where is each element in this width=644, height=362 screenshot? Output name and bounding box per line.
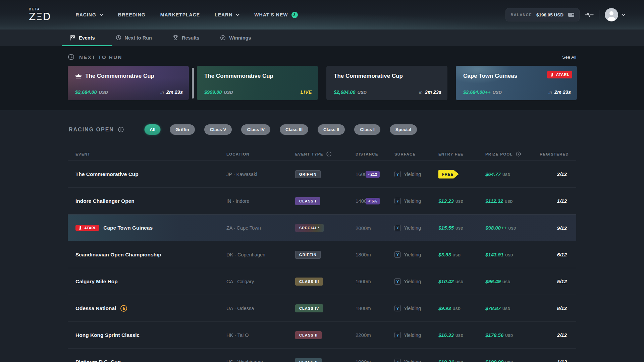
next-to-run-cards: The Commemorative Cup $2,684.00USD in2m …	[68, 66, 644, 100]
wallet-icon[interactable]	[568, 12, 575, 17]
card-title: The Commemorative Cup	[204, 73, 273, 79]
card-title: The Commemorative Cup	[334, 73, 403, 79]
card-title: The Commemorative Cup	[85, 73, 154, 79]
card-title: Cape Town Guineas	[463, 73, 517, 79]
racing-open-section: RACING OPEN All Griffin Class V Class IV…	[0, 110, 644, 362]
card-prize: $2,684.00USD	[334, 89, 367, 95]
filter-class-i[interactable]: Class I	[354, 124, 380, 135]
event-type-badge: CLASS I	[295, 197, 320, 205]
card-divider	[192, 68, 194, 99]
table-row[interactable]: The Commemorative Cup JP · Kawasaki GRIF…	[68, 161, 576, 188]
surface-yielding-icon: Y	[394, 171, 401, 177]
atari-sponsor-badge: ATARI.	[547, 71, 572, 78]
next-to-run-title: NEXT TO RUN	[68, 54, 122, 60]
table-row[interactable]: Indore Challenger Open IN · Indore CLASS…	[68, 188, 576, 215]
balance-pill[interactable]: BALANCE $198.05 USD	[505, 8, 580, 21]
filter-class-ii[interactable]: Class II	[318, 124, 345, 135]
nav-racing[interactable]: RACING	[76, 12, 103, 17]
clock-icon	[68, 54, 74, 60]
tab-events[interactable]: Events	[62, 29, 103, 46]
horse-coin-icon	[220, 35, 226, 41]
surface-yielding-icon: Y	[394, 278, 401, 285]
atari-fuji-icon	[550, 73, 554, 77]
next-to-run-section: NEXT TO RUN See All The Commemorative Cu…	[0, 46, 644, 110]
table-row[interactable]: Odessa National ♞ UA · Odessa CLASS IV 1…	[68, 295, 576, 322]
tab-winnings[interactable]: Winnings	[212, 29, 259, 46]
account-menu[interactable]	[605, 8, 625, 21]
surface-yielding-icon: Y	[394, 225, 401, 231]
top-nav: BETA ZΞD RACING BREEDING MARKETPLACE LEA…	[0, 0, 644, 29]
divider	[599, 10, 599, 19]
event-type-badge: CLASS II	[295, 331, 322, 339]
free-entry-badge: FREE	[438, 170, 459, 179]
event-type-badge: CLASS V	[295, 358, 322, 362]
filter-class-iii[interactable]: Class III	[280, 124, 308, 135]
table-header: EVENT LOCATION EVENT TYPE DISTANCE SURFA…	[68, 147, 576, 161]
info-icon[interactable]	[326, 152, 331, 157]
event-type-badge: GRIFFIN	[295, 170, 321, 178]
event-type-badge: CLASS IV	[295, 304, 323, 312]
chevron-down-icon	[236, 14, 239, 16]
surface-yielding-icon: Y	[394, 305, 401, 311]
tab-results[interactable]: Results	[165, 29, 207, 46]
table-row[interactable]: Platinum D.C. Cup US · Washington CLASS …	[68, 349, 576, 362]
filter-class-v[interactable]: Class V	[204, 124, 232, 135]
card-prize: $2,684.00USD	[75, 89, 108, 95]
filter-all[interactable]: All	[145, 124, 160, 135]
card-countdown: in2m 23s	[419, 89, 441, 95]
surface-yielding-icon: Y	[394, 359, 401, 362]
activity-pulse-icon[interactable]	[585, 12, 594, 17]
avatar[interactable]	[605, 8, 618, 21]
balance-value: $198.05 USD	[536, 12, 564, 17]
race-card[interactable]: Cape Town Guineas ATARI. $2,684.00++USD …	[456, 66, 577, 100]
card-prize: $999.00USD	[204, 89, 233, 95]
class-filters: All Griffin Class V Class IV Class III C…	[145, 124, 417, 135]
event-type-badge: CLASS III	[295, 278, 323, 286]
filter-special[interactable]: Special	[390, 124, 417, 135]
atari-sponsor-badge: ATARI.	[75, 225, 99, 231]
race-card[interactable]: The Commemorative Cup $2,684.00USD in2m …	[68, 66, 189, 100]
tab-next-to-run[interactable]: Next to Run	[108, 29, 160, 46]
card-prize: $2,684.00++USD	[463, 89, 502, 95]
nav-marketplace[interactable]: MARKETPLACE	[160, 12, 200, 17]
racing-tab-bar: Events Next to Run Results Winnings	[0, 29, 644, 46]
event-type-badge: GRIFFIN	[295, 251, 321, 259]
main-nav: RACING BREEDING MARKETPLACE LEARN WHAT'S…	[76, 12, 298, 18]
whats-new-count-badge: 3	[291, 12, 298, 18]
distance-restriction-badge: < 5%	[366, 198, 380, 204]
table-row[interactable]: Hong Kong Sprint Classic HK · Tai O CLAS…	[68, 322, 576, 349]
distance-restriction-badge: <Z12	[366, 171, 380, 178]
checkered-flag-icon	[70, 35, 75, 41]
filter-griffin[interactable]: Griffin	[170, 124, 195, 135]
race-card[interactable]: The Commemorative Cup $999.00USD LIVE	[197, 66, 318, 100]
atari-fuji-icon	[78, 226, 83, 230]
events-table: EVENT LOCATION EVENT TYPE DISTANCE SURFA…	[68, 147, 576, 362]
table-row[interactable]: Scandinavian Open Championship DK · Cope…	[68, 241, 576, 268]
zed-wordmark: ZΞD	[29, 12, 51, 22]
surface-yielding-icon: Y	[394, 332, 401, 338]
clock-icon	[116, 35, 121, 41]
info-icon[interactable]	[118, 127, 124, 132]
zed-logo[interactable]: BETA ZΞD	[29, 8, 51, 22]
event-type-badge: SPECIAL*	[295, 224, 324, 232]
crown-icon	[75, 74, 82, 79]
filter-class-iv[interactable]: Class IV	[241, 124, 270, 135]
nav-breeding[interactable]: BREEDING	[118, 12, 146, 17]
horse-medal-icon: ♞	[120, 305, 127, 312]
chevron-down-icon	[100, 14, 103, 16]
nav-learn[interactable]: LEARN	[215, 12, 239, 17]
surface-yielding-icon: Y	[394, 251, 401, 258]
nav-whats-new[interactable]: WHAT'S NEW 3	[254, 12, 298, 18]
card-countdown: in2m 23s	[160, 89, 183, 95]
table-row-sponsored[interactable]: ATARI. Cape Town Guineas ZA · Cape Town …	[68, 215, 576, 241]
table-row[interactable]: Calgary Mile Hop CA · Calgary CLASS III …	[68, 268, 576, 295]
surface-yielding-icon: Y	[394, 198, 401, 204]
race-card[interactable]: The Commemorative Cup $2,684.00USD in2m …	[326, 66, 447, 100]
nav-right: BALANCE $198.05 USD	[505, 8, 625, 21]
chevron-down-icon	[622, 14, 625, 16]
see-all-link[interactable]: See All	[562, 55, 576, 60]
live-badge: LIVE	[301, 89, 312, 95]
trophy-icon	[173, 35, 178, 41]
info-icon[interactable]	[516, 152, 521, 157]
balance-label: BALANCE	[511, 13, 532, 17]
